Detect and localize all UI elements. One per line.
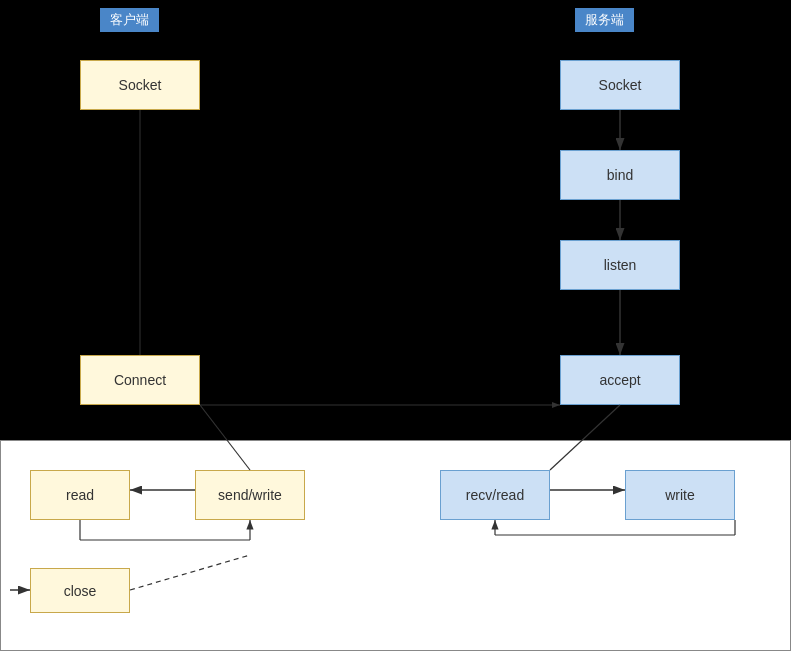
- client-connect-label: Connect: [114, 372, 166, 388]
- server-bind-label: bind: [607, 167, 633, 183]
- client-socket-label: Socket: [119, 77, 162, 93]
- client-close-box: close: [30, 568, 130, 613]
- server-accept-box: accept: [560, 355, 680, 405]
- server-recvread-box: recv/read: [440, 470, 550, 520]
- client-socket-box: Socket: [80, 60, 200, 110]
- diagram-container: 客户端 服务端 Socket Socket bind listen Connec…: [0, 0, 791, 651]
- client-connect-box: Connect: [80, 355, 200, 405]
- client-sendwrite-label: send/write: [218, 487, 282, 503]
- server-recvread-label: recv/read: [466, 487, 524, 503]
- server-listen-label: listen: [604, 257, 637, 273]
- server-listen-box: listen: [560, 240, 680, 290]
- server-socket-box: Socket: [560, 60, 680, 110]
- server-write-label: write: [665, 487, 695, 503]
- server-socket-label: Socket: [599, 77, 642, 93]
- server-bind-box: bind: [560, 150, 680, 200]
- client-sendwrite-box: send/write: [195, 470, 305, 520]
- server-label: 服务端: [575, 8, 634, 32]
- client-read-box: read: [30, 470, 130, 520]
- server-write-box: write: [625, 470, 735, 520]
- server-accept-label: accept: [599, 372, 640, 388]
- client-close-label: close: [64, 583, 97, 599]
- client-label: 客户端: [100, 8, 159, 32]
- client-read-label: read: [66, 487, 94, 503]
